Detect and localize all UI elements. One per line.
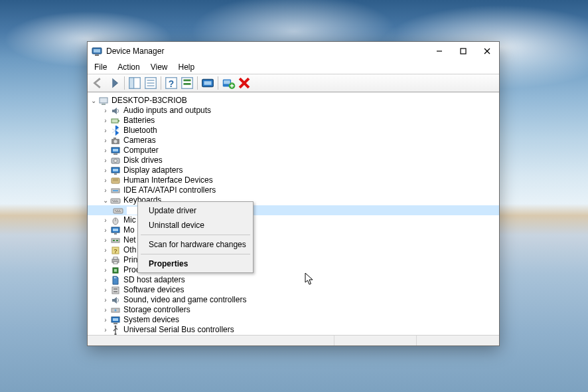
menu-help[interactable]: Help xyxy=(173,61,200,73)
expand-icon[interactable]: › xyxy=(101,106,110,116)
collapse-icon[interactable]: ⌄ xyxy=(89,96,98,106)
tree-item-label[interactable]: Human Interface Devices xyxy=(123,175,213,185)
svg-rect-80 xyxy=(113,318,118,321)
scan-hardware-button[interactable] xyxy=(200,76,215,90)
tree-item-label[interactable]: Display adapters xyxy=(123,165,183,175)
minimize-button[interactable] xyxy=(427,42,451,60)
expand-icon[interactable]: › xyxy=(101,315,110,325)
svg-point-32 xyxy=(114,140,117,143)
tree-view[interactable]: ⌄ DESKTOP-B3CRIOB ›Audio inputs and outp… xyxy=(88,92,499,335)
back-button[interactable] xyxy=(91,76,106,90)
expand-icon[interactable]: › xyxy=(101,275,110,285)
svg-point-82 xyxy=(115,325,117,327)
tree-item-label[interactable]: Storage controllers xyxy=(123,305,190,315)
tree-item-label[interactable]: IDE ATA/ATAPI controllers xyxy=(123,185,216,195)
context-menu-scan-hardware[interactable]: Scan for hardware changes xyxy=(139,237,252,252)
processor-icon xyxy=(110,265,121,276)
action-toolbar-button[interactable] xyxy=(180,76,194,90)
tree-item-label[interactable]: Cameras xyxy=(123,136,156,146)
tree-item-label[interactable]: Mo xyxy=(123,225,135,235)
svg-rect-35 xyxy=(113,149,118,151)
svg-rect-53 xyxy=(115,210,116,211)
help-toolbar-button[interactable]: ? xyxy=(164,76,179,90)
expand-icon[interactable]: › xyxy=(101,165,110,175)
expand-icon[interactable]: › xyxy=(101,295,110,305)
forward-button[interactable] xyxy=(107,76,121,90)
context-menu-uninstall-device[interactable]: Uninstall device xyxy=(139,218,252,233)
tree-item-label[interactable]: Computer xyxy=(123,146,159,155)
svg-rect-69 xyxy=(113,262,117,264)
expand-icon[interactable]: › xyxy=(101,325,110,335)
expand-icon[interactable]: › xyxy=(101,175,110,185)
maximize-button[interactable] xyxy=(451,42,475,60)
svg-point-78 xyxy=(115,309,117,311)
tree-item-label[interactable]: Audio inputs and outputs xyxy=(123,106,211,116)
tree-root-label[interactable]: DESKTOP-B3CRIOB xyxy=(111,96,187,106)
tree-item-label[interactable]: Bluetooth xyxy=(123,126,157,136)
expand-icon[interactable]: › xyxy=(101,185,110,195)
expand-icon[interactable]: › xyxy=(101,126,110,136)
sound-icon xyxy=(110,295,121,306)
audio-icon xyxy=(110,106,121,116)
svg-rect-2 xyxy=(95,54,99,56)
svg-rect-55 xyxy=(119,210,120,211)
disk-icon xyxy=(110,155,121,166)
menu-action[interactable]: Action xyxy=(112,61,145,73)
expand-icon[interactable]: › xyxy=(101,116,110,126)
expand-icon[interactable]: › xyxy=(101,265,110,275)
tree-item-label[interactable]: Disk drives xyxy=(123,155,163,165)
collapse-icon[interactable]: ⌄ xyxy=(101,195,110,205)
expand-icon[interactable]: › xyxy=(101,146,110,155)
tree-item-label[interactable]: Universal Serial Bus controllers xyxy=(123,325,234,335)
svg-rect-73 xyxy=(115,277,116,278)
tree-item-label[interactable]: Sound, video and game controllers xyxy=(123,295,246,305)
svg-rect-74 xyxy=(112,287,119,294)
expand-icon[interactable]: › xyxy=(101,255,110,265)
context-menu-properties[interactable]: Properties xyxy=(139,256,252,271)
svg-rect-52 xyxy=(113,209,123,213)
software-icon xyxy=(110,285,121,296)
titlebar[interactable]: Device Manager xyxy=(88,42,499,60)
context-menu-update-driver[interactable]: Update driver xyxy=(139,203,252,218)
tree-item-label[interactable]: Software devices xyxy=(123,285,184,295)
tree-item-label[interactable]: Oth xyxy=(123,245,136,255)
expand-icon[interactable]: › xyxy=(101,155,110,165)
close-button[interactable] xyxy=(475,42,499,60)
expand-icon[interactable]: › xyxy=(101,215,110,225)
tree-item-label[interactable]: SD host adapters xyxy=(123,275,185,285)
statusbar-cell xyxy=(416,336,499,345)
tree-item-label[interactable]: Net xyxy=(123,235,136,245)
context-menu: Update driver Uninstall device Scan for … xyxy=(137,201,254,273)
tree-item-label[interactable]: Prin xyxy=(123,255,137,265)
printer-icon xyxy=(110,255,121,266)
svg-rect-83 xyxy=(115,334,117,335)
menu-file[interactable]: File xyxy=(89,61,112,73)
menu-view[interactable]: View xyxy=(145,61,173,73)
svg-rect-48 xyxy=(112,200,113,201)
svg-rect-21 xyxy=(224,80,230,84)
add-hardware-button[interactable] xyxy=(221,76,236,90)
show-hide-console-tree-button[interactable] xyxy=(127,76,142,90)
toolbar-separator xyxy=(197,76,198,90)
system-icon xyxy=(110,315,121,326)
expand-icon[interactable]: › xyxy=(101,305,110,315)
svg-rect-62 xyxy=(111,239,119,243)
device-manager-window: Device Manager File Action View Help ? ⌄ xyxy=(87,41,500,346)
expand-icon[interactable]: › xyxy=(101,225,110,235)
expand-icon[interactable]: › xyxy=(101,136,110,146)
svg-rect-51 xyxy=(113,201,118,202)
svg-rect-36 xyxy=(113,153,117,155)
toolbar-separator xyxy=(161,76,161,90)
expand-icon[interactable]: › xyxy=(101,285,110,295)
tree-item-label[interactable]: System devices xyxy=(123,315,179,325)
uninstall-device-button[interactable] xyxy=(237,76,252,90)
expand-icon[interactable]: › xyxy=(101,245,110,255)
sd-icon xyxy=(110,275,121,286)
svg-rect-19 xyxy=(204,81,212,85)
expand-icon[interactable]: › xyxy=(101,235,110,245)
properties-toolbar-button[interactable] xyxy=(143,76,158,90)
svg-rect-71 xyxy=(114,269,117,272)
tree-item-label[interactable]: Mic xyxy=(123,215,136,225)
tree-item-label[interactable]: Batteries xyxy=(123,116,155,126)
computer-icon xyxy=(110,146,121,156)
